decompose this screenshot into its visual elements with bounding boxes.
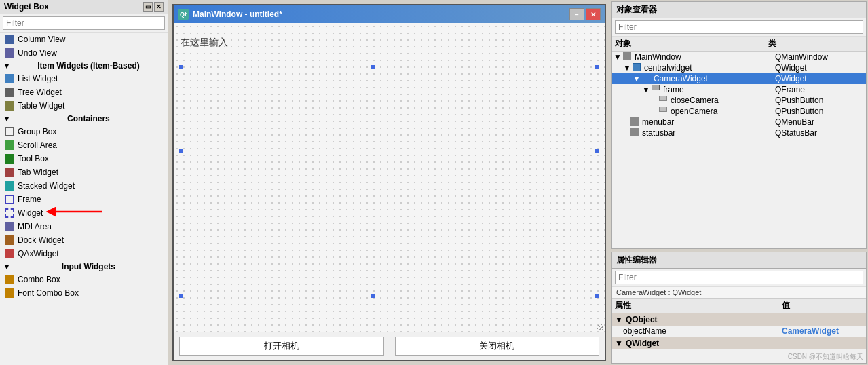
widget-box-title: Widget Box ▭ ✕ xyxy=(0,0,168,14)
property-editor-filter-input[interactable] xyxy=(615,271,863,284)
sidebar-item-scroll-area[interactable]: Scroll Area xyxy=(0,138,168,152)
undo-view-icon xyxy=(4,47,15,58)
qt-minimize-button[interactable]: − xyxy=(569,8,584,20)
sidebar-item-group-box[interactable]: Group Box xyxy=(0,125,168,138)
obj-row-closecamera[interactable]: ▶ closeCamera QPushButton xyxy=(612,95,866,106)
sidebar-item-font-combo-box[interactable]: Font Combo Box xyxy=(0,286,168,300)
sidebar-item-combo-box[interactable]: Combo Box xyxy=(0,273,168,286)
open-camera-button[interactable]: 打开相机 xyxy=(179,337,384,356)
qt-canvas[interactable]: 在这里输入 xyxy=(174,23,605,332)
qt-close-button[interactable]: ✕ xyxy=(586,8,601,20)
obj-row-menubar[interactable]: ▶ menubar QMenuBar xyxy=(612,117,866,128)
sidebar-item-mdi-area[interactable]: MDI Area xyxy=(0,220,168,233)
object-inspector-filter-input[interactable] xyxy=(615,20,863,34)
obj-class-camerawidget: QWidget xyxy=(775,74,863,83)
sidebar-item-stacked-widget[interactable]: Stacked Widget xyxy=(0,179,168,193)
selection-handle-br xyxy=(595,294,599,298)
qt-titlebar: Qt MainWindow - untitled* − ✕ xyxy=(174,5,605,23)
sidebar-item-qaxwidget[interactable]: QAxWidget xyxy=(0,247,168,261)
prop-col-property: 属性 xyxy=(615,300,782,311)
sidebar-item-widget[interactable]: Widget xyxy=(0,206,168,220)
prop-row-objectname[interactable]: objectName CameraWidget xyxy=(612,326,866,337)
obj-row-opencamera[interactable]: ▶ openCamera QPushButton xyxy=(612,106,866,117)
widget-box-title-buttons: ▭ ✕ xyxy=(143,2,164,12)
resize-handle[interactable] xyxy=(597,324,603,330)
obj-expander-frame[interactable]: ▼ xyxy=(642,85,650,94)
qt-bottom-bar: 打开相机 关闭相机 xyxy=(174,332,605,360)
prop-section-qobject[interactable]: ▼ QObject xyxy=(612,313,866,326)
sidebar-item-list-widget[interactable]: List Widget xyxy=(0,72,168,85)
sidebar-item-tree-widget[interactable]: Tree Widget xyxy=(0,85,168,99)
obj-icon-camerawidget xyxy=(642,74,652,83)
obj-row-mainwindow[interactable]: ▼ MainWindow QMainWindow xyxy=(612,52,866,62)
item-widgets-expander-icon: ▼ xyxy=(3,61,11,71)
object-tree-header: 对象 类 xyxy=(612,37,866,52)
tool-box-label: Tool Box xyxy=(18,154,49,164)
obj-row-statusbar[interactable]: ▶ statusbar QStatusBar xyxy=(612,128,866,138)
frame-icon xyxy=(4,194,15,205)
obj-row-centralwidget[interactable]: ▼ centralwidget QWidget xyxy=(612,62,866,73)
item-widgets-section[interactable]: ▼ Item Widgets (Item-Based) xyxy=(0,60,168,72)
qt-window-title: MainWindow - untitled* xyxy=(193,9,282,19)
prop-section-expander-qwidget: ▼ xyxy=(615,339,623,348)
obj-name-closecamera: closeCamera xyxy=(671,96,775,105)
obj-expander-centralwidget[interactable]: ▼ xyxy=(623,63,631,73)
tab-widget-icon xyxy=(4,167,15,178)
main-area: Qt MainWindow - untitled* − ✕ 在这里输入 打开相机… xyxy=(168,0,610,365)
obj-col-object: 对象 xyxy=(615,38,768,50)
combo-box-icon xyxy=(4,274,15,285)
containers-section[interactable]: ▼ Containers xyxy=(0,113,168,125)
stacked-widget-label: Stacked Widget xyxy=(18,181,75,191)
object-tree: 对象 类 ▼ MainWindow QMainWindow ▼ centralw… xyxy=(612,37,866,248)
item-widgets-header: Item Widgets (Item-Based) xyxy=(12,61,165,71)
table-widget-icon xyxy=(4,100,15,111)
combo-box-label: Combo Box xyxy=(18,275,60,284)
selection-handle-bm xyxy=(371,294,375,298)
obj-row-frame[interactable]: ▼ frame QFrame xyxy=(612,84,866,95)
obj-class-centralwidget: QWidget xyxy=(775,63,863,73)
sidebar-item-tab-widget[interactable]: Tab Widget xyxy=(0,166,168,179)
widget-box-close-button[interactable]: ✕ xyxy=(154,2,164,12)
undo-view-label: Undo View xyxy=(18,48,57,58)
list-widget-label: List Widget xyxy=(18,74,58,83)
prop-name-objectname: objectName xyxy=(615,326,782,336)
obj-expander-camerawidget[interactable]: ▼ xyxy=(633,74,641,83)
right-panel: 对象查看器 对象 类 ▼ MainWindow QMainWindow ▼ ce… xyxy=(610,0,868,365)
red-arrow-annotation xyxy=(44,205,105,220)
obj-row-camerawidget[interactable]: ▼ CameraWidget QWidget xyxy=(612,73,866,84)
object-inspector: 对象查看器 对象 类 ▼ MainWindow QMainWindow ▼ ce… xyxy=(611,1,867,249)
frame-label: Frame xyxy=(18,195,41,204)
sidebar-item-column-view[interactable]: Column View xyxy=(0,33,168,46)
widget-box-restore-button[interactable]: ▭ xyxy=(143,2,153,12)
obj-icon-centralwidget xyxy=(633,63,642,73)
prop-section-expander: ▼ xyxy=(615,315,623,324)
widget-filter-input[interactable] xyxy=(3,16,165,30)
qt-app-icon: Qt xyxy=(178,9,189,20)
obj-name-menubar: menubar xyxy=(642,117,775,127)
object-inspector-filter-box xyxy=(612,18,866,37)
widget-box: Widget Box ▭ ✕ Column View Undo View ▼ I… xyxy=(0,0,168,365)
selection-handle-tl xyxy=(179,65,183,69)
sidebar-item-table-widget[interactable]: Table Widget xyxy=(0,99,168,113)
prop-section-qwidget[interactable]: ▼ QWidget xyxy=(612,337,866,349)
tool-box-icon xyxy=(4,153,15,164)
widget-label: Widget xyxy=(18,208,43,218)
obj-expander-mainwindow[interactable]: ▼ xyxy=(614,52,622,62)
prop-value-objectname: CameraWidget xyxy=(782,326,863,336)
obj-icon-menubar xyxy=(630,117,640,127)
mdi-area-icon xyxy=(4,221,15,232)
qt-titlebar-left: Qt MainWindow - untitled* xyxy=(178,9,282,20)
sidebar-item-undo-view[interactable]: Undo View xyxy=(0,46,168,60)
input-widgets-section[interactable]: ▼ Input Widgets xyxy=(0,261,168,273)
sidebar-item-dock-widget[interactable]: Dock Widget xyxy=(0,233,168,247)
obj-class-opencamera: QPushButton xyxy=(775,107,863,116)
sidebar-item-frame[interactable]: Frame xyxy=(0,193,168,206)
property-editor: 属性编辑器 CameraWidget : QWidget 属性 值 ▼ QObj… xyxy=(611,252,867,364)
obj-name-frame: frame xyxy=(663,85,775,94)
close-camera-button[interactable]: 关闭相机 xyxy=(395,337,600,356)
group-box-icon xyxy=(4,126,15,137)
sidebar-item-tool-box[interactable]: Tool Box xyxy=(0,152,168,166)
tab-widget-label: Tab Widget xyxy=(18,168,58,177)
qt-window: Qt MainWindow - untitled* − ✕ 在这里输入 打开相机… xyxy=(172,4,606,361)
input-widgets-header: Input Widgets xyxy=(12,262,165,271)
